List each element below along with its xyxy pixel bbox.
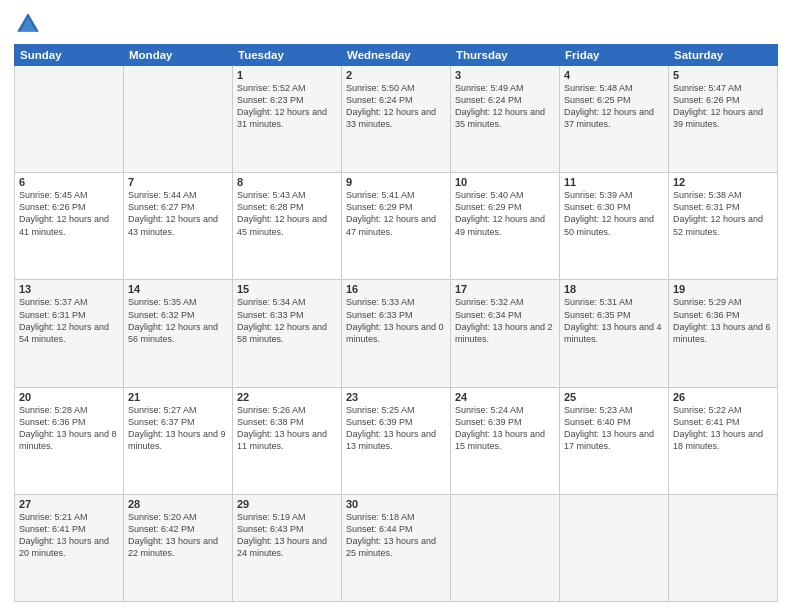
day-info: Sunrise: 5:21 AM Sunset: 6:41 PM Dayligh… (19, 511, 119, 560)
calendar-cell: 27Sunrise: 5:21 AM Sunset: 6:41 PM Dayli… (15, 494, 124, 601)
calendar-cell: 1Sunrise: 5:52 AM Sunset: 6:23 PM Daylig… (233, 66, 342, 173)
day-info: Sunrise: 5:23 AM Sunset: 6:40 PM Dayligh… (564, 404, 664, 453)
calendar-week-row: 1Sunrise: 5:52 AM Sunset: 6:23 PM Daylig… (15, 66, 778, 173)
calendar-week-row: 27Sunrise: 5:21 AM Sunset: 6:41 PM Dayli… (15, 494, 778, 601)
calendar-cell: 24Sunrise: 5:24 AM Sunset: 6:39 PM Dayli… (451, 387, 560, 494)
day-number: 9 (346, 176, 446, 188)
day-number: 17 (455, 283, 555, 295)
calendar-cell: 30Sunrise: 5:18 AM Sunset: 6:44 PM Dayli… (342, 494, 451, 601)
day-number: 15 (237, 283, 337, 295)
day-info: Sunrise: 5:37 AM Sunset: 6:31 PM Dayligh… (19, 296, 119, 345)
day-number: 3 (455, 69, 555, 81)
calendar-cell: 15Sunrise: 5:34 AM Sunset: 6:33 PM Dayli… (233, 280, 342, 387)
day-info: Sunrise: 5:50 AM Sunset: 6:24 PM Dayligh… (346, 82, 446, 131)
calendar-cell: 10Sunrise: 5:40 AM Sunset: 6:29 PM Dayli… (451, 173, 560, 280)
day-of-week-header: Monday (124, 45, 233, 66)
calendar-cell: 26Sunrise: 5:22 AM Sunset: 6:41 PM Dayli… (669, 387, 778, 494)
day-info: Sunrise: 5:26 AM Sunset: 6:38 PM Dayligh… (237, 404, 337, 453)
day-number: 26 (673, 391, 773, 403)
day-of-week-header: Wednesday (342, 45, 451, 66)
day-info: Sunrise: 5:18 AM Sunset: 6:44 PM Dayligh… (346, 511, 446, 560)
calendar-week-row: 20Sunrise: 5:28 AM Sunset: 6:36 PM Dayli… (15, 387, 778, 494)
day-of-week-header: Tuesday (233, 45, 342, 66)
calendar-cell (15, 66, 124, 173)
day-number: 19 (673, 283, 773, 295)
day-info: Sunrise: 5:41 AM Sunset: 6:29 PM Dayligh… (346, 189, 446, 238)
calendar-cell (451, 494, 560, 601)
day-number: 5 (673, 69, 773, 81)
day-info: Sunrise: 5:48 AM Sunset: 6:25 PM Dayligh… (564, 82, 664, 131)
day-info: Sunrise: 5:27 AM Sunset: 6:37 PM Dayligh… (128, 404, 228, 453)
calendar-cell: 25Sunrise: 5:23 AM Sunset: 6:40 PM Dayli… (560, 387, 669, 494)
day-info: Sunrise: 5:49 AM Sunset: 6:24 PM Dayligh… (455, 82, 555, 131)
day-info: Sunrise: 5:40 AM Sunset: 6:29 PM Dayligh… (455, 189, 555, 238)
logo (14, 10, 46, 38)
calendar-cell: 28Sunrise: 5:20 AM Sunset: 6:42 PM Dayli… (124, 494, 233, 601)
day-number: 7 (128, 176, 228, 188)
header (14, 10, 778, 38)
day-number: 20 (19, 391, 119, 403)
calendar-cell: 3Sunrise: 5:49 AM Sunset: 6:24 PM Daylig… (451, 66, 560, 173)
calendar-cell: 12Sunrise: 5:38 AM Sunset: 6:31 PM Dayli… (669, 173, 778, 280)
days-header-row: SundayMondayTuesdayWednesdayThursdayFrid… (15, 45, 778, 66)
calendar-cell: 21Sunrise: 5:27 AM Sunset: 6:37 PM Dayli… (124, 387, 233, 494)
calendar-cell: 16Sunrise: 5:33 AM Sunset: 6:33 PM Dayli… (342, 280, 451, 387)
day-number: 21 (128, 391, 228, 403)
calendar-cell: 22Sunrise: 5:26 AM Sunset: 6:38 PM Dayli… (233, 387, 342, 494)
day-info: Sunrise: 5:38 AM Sunset: 6:31 PM Dayligh… (673, 189, 773, 238)
day-info: Sunrise: 5:25 AM Sunset: 6:39 PM Dayligh… (346, 404, 446, 453)
calendar-cell: 23Sunrise: 5:25 AM Sunset: 6:39 PM Dayli… (342, 387, 451, 494)
day-info: Sunrise: 5:24 AM Sunset: 6:39 PM Dayligh… (455, 404, 555, 453)
day-info: Sunrise: 5:19 AM Sunset: 6:43 PM Dayligh… (237, 511, 337, 560)
day-info: Sunrise: 5:47 AM Sunset: 6:26 PM Dayligh… (673, 82, 773, 131)
day-number: 28 (128, 498, 228, 510)
calendar-cell: 19Sunrise: 5:29 AM Sunset: 6:36 PM Dayli… (669, 280, 778, 387)
page: SundayMondayTuesdayWednesdayThursdayFrid… (0, 0, 792, 612)
day-number: 29 (237, 498, 337, 510)
day-info: Sunrise: 5:31 AM Sunset: 6:35 PM Dayligh… (564, 296, 664, 345)
day-number: 13 (19, 283, 119, 295)
calendar-week-row: 6Sunrise: 5:45 AM Sunset: 6:26 PM Daylig… (15, 173, 778, 280)
calendar-cell: 13Sunrise: 5:37 AM Sunset: 6:31 PM Dayli… (15, 280, 124, 387)
day-info: Sunrise: 5:52 AM Sunset: 6:23 PM Dayligh… (237, 82, 337, 131)
calendar-cell: 11Sunrise: 5:39 AM Sunset: 6:30 PM Dayli… (560, 173, 669, 280)
calendar-cell: 17Sunrise: 5:32 AM Sunset: 6:34 PM Dayli… (451, 280, 560, 387)
day-number: 6 (19, 176, 119, 188)
day-info: Sunrise: 5:29 AM Sunset: 6:36 PM Dayligh… (673, 296, 773, 345)
day-info: Sunrise: 5:45 AM Sunset: 6:26 PM Dayligh… (19, 189, 119, 238)
calendar-cell: 4Sunrise: 5:48 AM Sunset: 6:25 PM Daylig… (560, 66, 669, 173)
calendar-cell: 20Sunrise: 5:28 AM Sunset: 6:36 PM Dayli… (15, 387, 124, 494)
calendar-cell: 14Sunrise: 5:35 AM Sunset: 6:32 PM Dayli… (124, 280, 233, 387)
calendar-cell: 6Sunrise: 5:45 AM Sunset: 6:26 PM Daylig… (15, 173, 124, 280)
day-of-week-header: Sunday (15, 45, 124, 66)
day-info: Sunrise: 5:22 AM Sunset: 6:41 PM Dayligh… (673, 404, 773, 453)
calendar-cell: 2Sunrise: 5:50 AM Sunset: 6:24 PM Daylig… (342, 66, 451, 173)
day-of-week-header: Friday (560, 45, 669, 66)
calendar-cell: 7Sunrise: 5:44 AM Sunset: 6:27 PM Daylig… (124, 173, 233, 280)
day-number: 1 (237, 69, 337, 81)
calendar-header: SundayMondayTuesdayWednesdayThursdayFrid… (15, 45, 778, 66)
day-number: 24 (455, 391, 555, 403)
day-of-week-header: Saturday (669, 45, 778, 66)
day-info: Sunrise: 5:35 AM Sunset: 6:32 PM Dayligh… (128, 296, 228, 345)
calendar-week-row: 13Sunrise: 5:37 AM Sunset: 6:31 PM Dayli… (15, 280, 778, 387)
day-number: 11 (564, 176, 664, 188)
day-info: Sunrise: 5:20 AM Sunset: 6:42 PM Dayligh… (128, 511, 228, 560)
day-number: 22 (237, 391, 337, 403)
day-number: 18 (564, 283, 664, 295)
day-number: 14 (128, 283, 228, 295)
calendar-cell: 9Sunrise: 5:41 AM Sunset: 6:29 PM Daylig… (342, 173, 451, 280)
day-number: 30 (346, 498, 446, 510)
day-number: 25 (564, 391, 664, 403)
day-number: 10 (455, 176, 555, 188)
day-info: Sunrise: 5:32 AM Sunset: 6:34 PM Dayligh… (455, 296, 555, 345)
logo-icon (14, 10, 42, 38)
day-info: Sunrise: 5:33 AM Sunset: 6:33 PM Dayligh… (346, 296, 446, 345)
day-info: Sunrise: 5:44 AM Sunset: 6:27 PM Dayligh… (128, 189, 228, 238)
day-of-week-header: Thursday (451, 45, 560, 66)
day-info: Sunrise: 5:39 AM Sunset: 6:30 PM Dayligh… (564, 189, 664, 238)
day-number: 2 (346, 69, 446, 81)
day-info: Sunrise: 5:43 AM Sunset: 6:28 PM Dayligh… (237, 189, 337, 238)
calendar-cell: 5Sunrise: 5:47 AM Sunset: 6:26 PM Daylig… (669, 66, 778, 173)
calendar-cell (669, 494, 778, 601)
